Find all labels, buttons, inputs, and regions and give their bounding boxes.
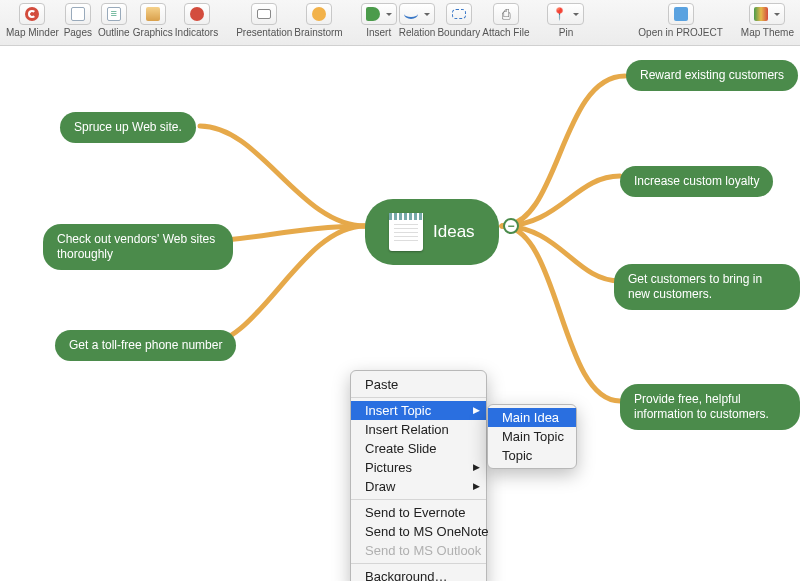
toolbar-group-present: Presentation Brainstorm	[236, 3, 343, 38]
tb-map-minder[interactable]: Map Minder	[6, 3, 59, 38]
left-node-1[interactable]: Check out vendors' Web sites thoroughly	[43, 224, 233, 270]
ctx-insert-relation[interactable]: Insert Relation	[351, 420, 486, 439]
ctx-send-outlook: Send to MS Outlook	[351, 541, 486, 560]
toolbar-group-view: Map Minder Pages Outline Graphics Indica…	[6, 3, 218, 38]
ctx-paste[interactable]: Paste	[351, 375, 486, 394]
tb-pin[interactable]: 📍 Pin	[547, 3, 584, 38]
pages-icon	[71, 7, 85, 21]
relation-icon	[404, 9, 418, 19]
project-icon	[674, 7, 688, 21]
ctx-sub-main-topic[interactable]: Main Topic	[488, 427, 576, 446]
tb-insert[interactable]: Insert	[361, 3, 397, 38]
tb-map-theme[interactable]: Map Theme	[741, 3, 794, 38]
ctx-sub-topic[interactable]: Topic	[488, 446, 576, 465]
tb-label: Relation	[399, 27, 436, 38]
context-menu[interactable]: Paste Insert Topic Insert Relation Creat…	[350, 370, 487, 581]
center-node[interactable]: Ideas	[365, 199, 499, 265]
tb-brainstorm[interactable]: Brainstorm	[294, 3, 342, 38]
map-minder-icon	[25, 7, 39, 21]
node-label: Spruce up Web site.	[74, 120, 182, 135]
tb-indicators[interactable]: Indicators	[175, 3, 218, 38]
tb-label: Map Minder	[6, 27, 59, 38]
ctx-separator	[351, 397, 486, 398]
toolbar-group-insert: Insert Relation Boundary ⎙ Attach File	[361, 3, 530, 38]
node-label: Get a toll-free phone number	[69, 338, 222, 353]
right-node-3[interactable]: Provide free, helpful information to cus…	[620, 384, 800, 430]
indicators-icon	[190, 7, 204, 21]
left-node-0[interactable]: Spruce up Web site.	[60, 112, 196, 143]
ctx-separator	[351, 499, 486, 500]
ctx-separator	[351, 563, 486, 564]
tb-label: Outline	[98, 27, 130, 38]
ctx-draw[interactable]: Draw	[351, 477, 486, 496]
tb-label: Indicators	[175, 27, 218, 38]
ctx-send-evernote[interactable]: Send to Evernote	[351, 503, 486, 522]
tb-relation[interactable]: Relation	[399, 3, 436, 38]
graphics-icon	[146, 7, 160, 21]
tb-pages[interactable]: Pages	[61, 3, 95, 38]
collapse-toggle[interactable]: −	[503, 218, 519, 234]
toolbar-group-theme: Map Theme	[741, 3, 794, 38]
brainstorm-icon	[312, 7, 326, 21]
tb-label: Pages	[64, 27, 92, 38]
tb-open-project[interactable]: Open in PROJECT	[638, 3, 722, 38]
ctx-insert-topic[interactable]: Insert Topic	[351, 401, 486, 420]
node-label: Increase custom loyalty	[634, 174, 759, 189]
tb-presentation[interactable]: Presentation	[236, 3, 292, 38]
node-label: Provide free, helpful information to cus…	[634, 392, 786, 422]
toolbar-group-pin: 📍 Pin	[547, 3, 584, 38]
tb-label: Presentation	[236, 27, 292, 38]
left-node-2[interactable]: Get a toll-free phone number	[55, 330, 236, 361]
node-label: Get customers to bring in new customers.	[628, 272, 786, 302]
context-submenu-insert-topic[interactable]: Main Idea Main Topic Topic	[487, 404, 577, 469]
toolbar: Map Minder Pages Outline Graphics Indica…	[0, 0, 800, 46]
tb-label: Graphics	[133, 27, 173, 38]
pin-icon: 📍	[552, 7, 567, 21]
right-node-2[interactable]: Get customers to bring in new customers.	[614, 264, 800, 310]
center-node-label: Ideas	[433, 221, 475, 242]
tb-label: Open in PROJECT	[638, 27, 722, 38]
paperclip-icon: ⎙	[502, 7, 510, 21]
node-label: Reward existing customers	[640, 68, 784, 83]
tb-graphics[interactable]: Graphics	[133, 3, 173, 38]
theme-icon	[754, 7, 768, 21]
boundary-icon	[452, 9, 466, 19]
tb-label: Attach File	[482, 27, 529, 38]
tb-attach-file[interactable]: ⎙ Attach File	[482, 3, 529, 38]
right-node-1[interactable]: Increase custom loyalty	[620, 166, 773, 197]
tb-label: Brainstorm	[294, 27, 342, 38]
outline-icon	[107, 7, 121, 21]
tb-outline[interactable]: Outline	[97, 3, 131, 38]
ctx-pictures[interactable]: Pictures	[351, 458, 486, 477]
tb-boundary[interactable]: Boundary	[437, 3, 480, 38]
node-label: Check out vendors' Web sites thoroughly	[57, 232, 219, 262]
ctx-background[interactable]: Background…	[351, 567, 486, 581]
tb-label: Insert	[366, 27, 391, 38]
tb-label: Pin	[559, 27, 573, 38]
mindmap-canvas[interactable]: Ideas − Spruce up Web site. Check out ve…	[0, 46, 800, 581]
presentation-icon	[257, 9, 271, 19]
ctx-send-onenote[interactable]: Send to MS OneNote	[351, 522, 486, 541]
tb-label: Boundary	[437, 27, 480, 38]
tb-label: Map Theme	[741, 27, 794, 38]
ctx-sub-main-idea[interactable]: Main Idea	[488, 408, 576, 427]
notepad-icon	[389, 213, 423, 251]
insert-icon	[366, 7, 380, 21]
toolbar-group-project: Open in PROJECT	[638, 3, 722, 38]
right-node-0[interactable]: Reward existing customers	[626, 60, 798, 91]
ctx-create-slide[interactable]: Create Slide	[351, 439, 486, 458]
